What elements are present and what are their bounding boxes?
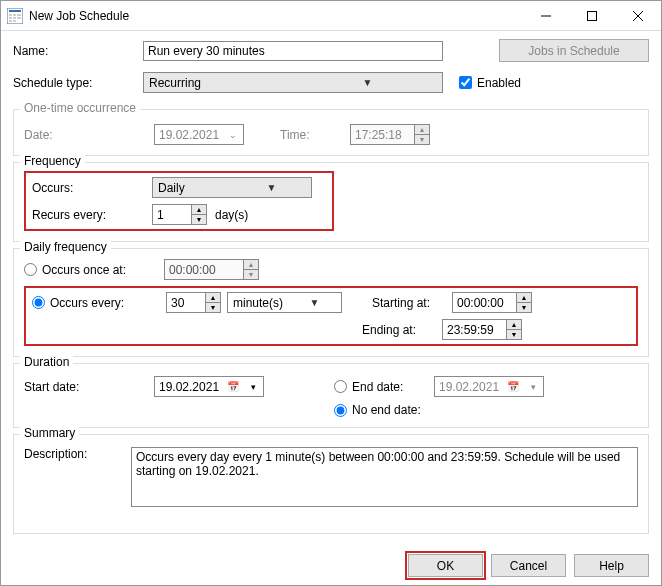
recurs-every-input[interactable]: ▲▼	[152, 204, 207, 225]
days-label: day(s)	[215, 208, 248, 222]
enabled-checkbox-input[interactable]	[459, 76, 472, 89]
one-time-legend: One-time occurrence	[20, 101, 140, 115]
end-date-input: 19.02.2021 📅 ▾	[434, 376, 544, 397]
start-date-input[interactable]: 19.02.2021 📅 ▾	[154, 376, 264, 397]
window-title: New Job Schedule	[29, 9, 523, 23]
duration-legend: Duration	[20, 355, 73, 369]
titlebar: New Job Schedule	[1, 1, 661, 31]
onetime-time-label: Time:	[280, 128, 350, 142]
frequency-fieldset: Frequency Occurs: Daily ▼ Recurs every: …	[13, 162, 649, 242]
chevron-down-icon: ▼	[293, 77, 442, 88]
svg-rect-3	[13, 14, 16, 16]
spin-down-icon: ▼	[415, 135, 429, 144]
frequency-legend: Frequency	[20, 154, 85, 168]
svg-rect-1	[9, 10, 21, 12]
summary-fieldset: Summary Description: Occurs every day ev…	[13, 434, 649, 534]
summary-legend: Summary	[20, 426, 79, 440]
end-date-label: End date:	[352, 380, 403, 394]
description-label: Description:	[24, 447, 131, 461]
spin-up-icon[interactable]: ▲	[517, 293, 531, 303]
enabled-label: Enabled	[477, 76, 521, 90]
spin-up-icon[interactable]: ▲	[206, 293, 220, 303]
onetime-time-input: ▲▼	[350, 124, 430, 145]
recurs-every-label: Recurs every:	[32, 208, 152, 222]
window-icon	[7, 8, 23, 24]
spin-down-icon[interactable]: ▼	[517, 303, 531, 312]
jobs-in-schedule-button[interactable]: Jobs in Schedule	[499, 39, 649, 62]
calendar-icon: 📅	[503, 381, 523, 392]
svg-rect-5	[9, 17, 12, 19]
spin-up-icon[interactable]: ▲	[507, 320, 521, 330]
svg-rect-11	[588, 11, 597, 20]
starting-at-input[interactable]: ▲▼	[452, 292, 532, 313]
occurs-every-radio[interactable]: Occurs every:	[32, 296, 166, 310]
spin-up-icon: ▲	[244, 260, 258, 270]
occurs-once-label: Occurs once at:	[42, 263, 126, 277]
schedule-type-label: Schedule type:	[13, 76, 143, 90]
occurs-label: Occurs:	[32, 181, 152, 195]
spin-up-icon: ▲	[415, 125, 429, 135]
onetime-date-input: 19.02.2021 ⌄	[154, 124, 244, 145]
enabled-checkbox[interactable]: Enabled	[459, 76, 521, 90]
occurs-value: Daily	[153, 181, 232, 195]
occurs-select[interactable]: Daily ▼	[152, 177, 312, 198]
occurs-once-time: ▲▼	[164, 259, 259, 280]
daily-frequency-fieldset: Daily frequency Occurs once at: ▲▼ Occur…	[13, 248, 649, 357]
no-end-date-label: No end date:	[352, 403, 421, 417]
start-date-label: Start date:	[24, 380, 154, 394]
window-controls	[523, 1, 661, 31]
onetime-date-label: Date:	[24, 128, 154, 142]
help-button[interactable]: Help	[574, 554, 649, 577]
schedule-type-select[interactable]: Recurring ▼	[143, 72, 443, 93]
spin-down-icon[interactable]: ▼	[507, 330, 521, 339]
daily-frequency-legend: Daily frequency	[20, 240, 111, 254]
calendar-icon: 📅	[223, 381, 243, 392]
end-date-radio[interactable]: End date:	[334, 380, 434, 394]
description-textarea[interactable]: Occurs every day every 1 minute(s) betwe…	[131, 447, 638, 507]
chevron-down-icon: ▾	[523, 382, 543, 392]
name-label: Name:	[13, 44, 143, 58]
occurs-every-label: Occurs every:	[50, 296, 124, 310]
ok-button[interactable]: OK	[408, 554, 483, 577]
chevron-down-icon: ▼	[288, 297, 341, 308]
ending-at-label: Ending at:	[362, 323, 442, 337]
close-button[interactable]	[615, 1, 661, 31]
svg-rect-9	[13, 20, 16, 22]
chevron-down-icon: ▾	[243, 382, 263, 392]
ending-at-input[interactable]: ▲▼	[442, 319, 522, 340]
svg-rect-2	[9, 14, 12, 16]
svg-rect-6	[13, 17, 16, 19]
occurs-every-unit-select[interactable]: minute(s) ▼	[227, 292, 342, 313]
spin-down-icon: ▼	[244, 270, 258, 279]
cancel-button[interactable]: Cancel	[491, 554, 566, 577]
occurs-once-radio[interactable]: Occurs once at:	[24, 263, 164, 277]
spin-down-icon[interactable]: ▼	[192, 215, 206, 224]
occurs-every-unit-value: minute(s)	[228, 296, 288, 310]
no-end-date-radio[interactable]: No end date:	[334, 403, 421, 417]
spin-up-icon[interactable]: ▲	[192, 205, 206, 215]
chevron-down-icon: ▼	[232, 182, 311, 193]
one-time-fieldset: One-time occurrence Date: 19.02.2021 ⌄ T…	[13, 109, 649, 156]
svg-rect-7	[17, 17, 21, 19]
name-input[interactable]	[143, 41, 443, 61]
starting-at-label: Starting at:	[372, 296, 452, 310]
duration-fieldset: Duration Start date: 19.02.2021 📅 ▾ End …	[13, 363, 649, 428]
dialog-footer: OK Cancel Help	[1, 546, 661, 585]
chevron-down-icon: ⌄	[223, 130, 243, 140]
minimize-button[interactable]	[523, 1, 569, 31]
maximize-button[interactable]	[569, 1, 615, 31]
schedule-type-value: Recurring	[144, 76, 293, 90]
occurs-every-value-input[interactable]: ▲▼	[166, 292, 221, 313]
svg-rect-8	[9, 20, 12, 22]
spin-down-icon[interactable]: ▼	[206, 303, 220, 312]
svg-rect-4	[17, 14, 21, 16]
